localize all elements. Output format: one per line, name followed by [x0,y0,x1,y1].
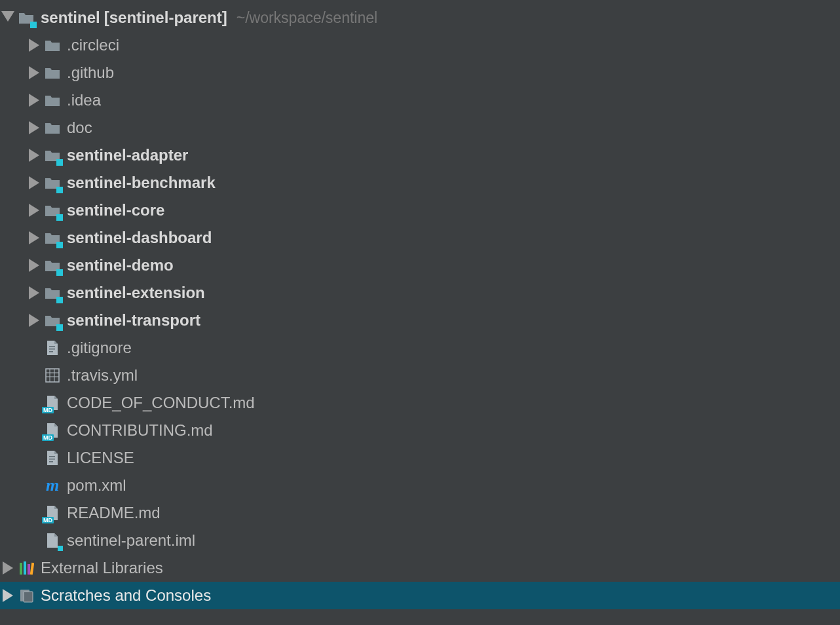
tree-row[interactable]: mpom.xml [0,472,840,499]
tree-item-label: sentinel-extension [67,284,205,302]
tree-item-label: sentinel-adapter [67,146,188,164]
tree-item-label: .github [67,64,114,82]
chevron-right-icon[interactable] [28,66,41,79]
markdown-file-icon: MD [43,394,62,412]
tree-row[interactable]: sentinel-transport [0,307,840,334]
svg-marker-0 [1,11,14,22]
tree-item-label: doc [67,119,92,137]
tree-item-label: CONTRIBUTING.md [67,421,213,440]
tree-item-label: sentinel-transport [67,311,200,330]
scratches-label: Scratches and Consoles [41,586,211,605]
tree-row[interactable]: sentinel-adapter [0,142,840,169]
svg-marker-1 [29,39,39,52]
tree-row[interactable]: .idea [0,86,840,114]
tree-row[interactable]: .circleci [0,31,840,59]
chevron-right-icon[interactable] [28,286,41,299]
folder-icon [43,91,62,109]
tree-row[interactable]: sentinel-benchmark [0,169,840,197]
chevron-right-icon[interactable] [1,561,14,575]
yml-file-icon [43,366,62,385]
chevron-right-icon[interactable] [28,259,41,272]
chevron-right-icon[interactable] [28,121,41,134]
markdown-file-icon: MD [43,421,62,440]
root-module: [sentinel-parent] [104,9,227,27]
module-folder-icon [43,284,62,302]
tree-item-label: sentinel-demo [67,256,174,275]
tree-item-label: LICENSE [67,449,134,467]
svg-rect-27 [30,563,34,575]
svg-rect-12 [49,346,55,347]
module-folder-icon [43,229,62,247]
svg-rect-20 [49,456,55,457]
svg-rect-13 [49,349,55,350]
tree-item-label: sentinel-core [67,201,164,219]
tree-item-label: .gitignore [67,339,132,357]
svg-rect-30 [24,592,33,602]
tree-item-label: README.md [67,504,161,522]
tree-item-label: sentinel-parent.iml [67,531,195,550]
svg-rect-21 [49,459,55,460]
svg-rect-22 [49,461,53,463]
tree-row[interactable]: MD CODE_OF_CONDUCT.md [0,389,840,417]
tree-item-label: sentinel-dashboard [67,229,212,247]
tree-row[interactable]: sentinel-parent.iml [0,527,840,554]
chevron-right-icon[interactable] [1,589,14,602]
svg-marker-23 [3,561,13,575]
tree-row[interactable]: .gitignore [0,334,840,362]
scratches-row[interactable]: Scratches and Consoles [0,582,840,609]
svg-marker-28 [3,589,13,602]
tree-item-label: sentinel-benchmark [67,174,216,192]
tree-row[interactable]: sentinel-dashboard [0,224,840,252]
chevron-down-icon[interactable] [1,11,14,24]
svg-marker-11 [29,314,39,327]
root-name: sentinel [41,9,100,27]
svg-marker-9 [29,259,39,272]
tree-children: .circleci .github .idea doc sentinel-ada… [0,31,840,554]
chevron-right-icon[interactable] [28,176,41,189]
chevron-right-icon[interactable] [28,231,41,244]
svg-marker-7 [29,204,39,217]
external-libraries-label: External Libraries [41,559,163,577]
scratches-icon [17,586,35,605]
tree-item-label: .idea [67,91,101,109]
chevron-right-icon[interactable] [28,149,41,162]
tree-item-label: CODE_OF_CONDUCT.md [67,394,255,412]
svg-marker-3 [29,94,39,107]
tree-row[interactable]: sentinel-extension [0,279,840,307]
external-libraries-row[interactable]: External Libraries [0,554,840,582]
folder-icon [43,119,62,137]
chevron-right-icon[interactable] [28,39,41,52]
tree-row[interactable]: MD README.md [0,499,840,527]
maven-file-icon: m [43,476,62,495]
svg-marker-8 [29,231,39,244]
module-folder-icon [43,311,62,330]
file-icon [43,339,62,357]
folder-icon [43,36,62,54]
svg-marker-6 [29,176,39,189]
library-icon [17,559,35,577]
module-folder-icon [43,146,62,164]
tree-row[interactable]: .travis.yml [0,362,840,389]
tree-row[interactable]: LICENSE [0,444,840,472]
svg-rect-15 [46,369,59,382]
tree-row[interactable]: doc [0,114,840,142]
svg-rect-25 [24,561,26,575]
tree-item-label: .travis.yml [67,366,138,385]
svg-marker-4 [29,121,39,134]
tree-item-label: pom.xml [67,476,126,495]
svg-rect-24 [20,563,22,575]
module-folder-icon [43,201,62,219]
tree-row[interactable]: .github [0,59,840,86]
svg-marker-10 [29,286,39,299]
folder-icon [43,64,62,82]
tree-row[interactable]: sentinel-core [0,197,840,224]
tree-row[interactable]: sentinel-demo [0,252,840,279]
tree-root-row[interactable]: sentinel [sentinel-parent] ~/workspace/s… [0,4,840,31]
chevron-right-icon[interactable] [28,314,41,327]
svg-marker-5 [29,149,39,162]
chevron-right-icon[interactable] [28,204,41,217]
markdown-file-icon: MD [43,504,62,522]
chevron-right-icon[interactable] [28,94,41,107]
tree-row[interactable]: MD CONTRIBUTING.md [0,417,840,444]
module-folder-icon [43,256,62,275]
